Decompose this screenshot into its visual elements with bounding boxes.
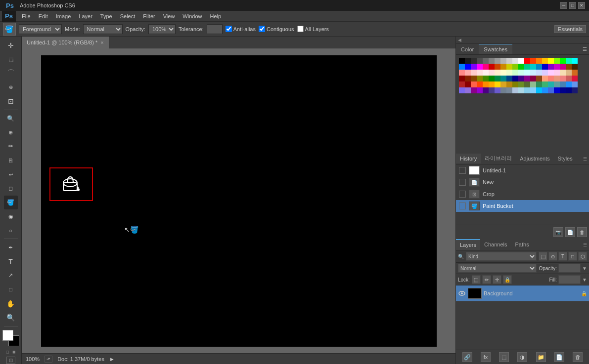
filter-pixel-icon[interactable]: ⬚ [539, 252, 547, 261]
lock-image-icon[interactable]: ✏ [482, 275, 491, 284]
swatch-cell[interactable] [506, 87, 512, 93]
swatch-cell[interactable] [512, 76, 518, 81]
blend-mode-select[interactable]: Normal [458, 264, 537, 273]
swatch-cell[interactable] [512, 81, 518, 87]
mode-select[interactable]: Normal [83, 24, 123, 34]
swatch-cell[interactable] [518, 70, 524, 76]
swatch-cell[interactable] [542, 58, 548, 64]
swatch-cell[interactable] [536, 58, 542, 64]
swatch-cell[interactable] [518, 58, 524, 64]
swatch-cell[interactable] [542, 70, 548, 76]
screen-mode[interactable]: ⊡ [6, 357, 15, 364]
tab-styles[interactable]: Styles [554, 154, 577, 163]
history-snapshot-checkbox[interactable] [459, 179, 466, 186]
swatch-cell[interactable] [512, 70, 518, 76]
swatch-cell[interactable] [542, 76, 548, 81]
swatch-cell[interactable] [560, 70, 566, 76]
quick-mask-mode[interactable]: ◼ [12, 350, 16, 354]
export-icon[interactable]: ⬏ [45, 356, 52, 363]
document-tab-close[interactable]: × [100, 40, 103, 45]
swatch-cell[interactable] [554, 81, 560, 87]
swatch-cell[interactable] [530, 76, 536, 81]
layer-adjustment-icon[interactable]: ◑ [517, 352, 527, 362]
lock-transparent-icon[interactable]: ⬚ [472, 275, 481, 284]
tab-adjustments[interactable]: Adjustments [516, 154, 554, 163]
history-item[interactable]: Untitled-1 [456, 164, 589, 176]
crop-tool[interactable]: ⊡ [4, 95, 18, 108]
swatch-cell[interactable] [566, 81, 572, 87]
history-new-document[interactable]: 📄 [565, 227, 575, 237]
swatch-cell[interactable] [566, 58, 572, 64]
swatch-cell[interactable] [506, 58, 512, 64]
fill-input[interactable]: 100% [558, 275, 581, 284]
opacity-arrow[interactable]: ▼ [582, 266, 587, 271]
menu-type[interactable]: Type [96, 12, 116, 20]
tab-layers[interactable]: Layers [456, 239, 480, 250]
swatch-cell[interactable] [548, 81, 554, 87]
swatch-cell[interactable] [477, 64, 483, 70]
swatch-cell[interactable] [477, 87, 483, 93]
swatch-cell[interactable] [518, 87, 524, 93]
hand-tool[interactable]: ✋ [4, 297, 18, 310]
layers-collapse-icon[interactable]: ☰ [583, 243, 587, 247]
history-snapshot-checkbox[interactable] [459, 191, 466, 198]
swatch-cell[interactable] [536, 76, 542, 81]
history-item[interactable]: 🪣Paint Bucket [456, 200, 589, 212]
swatch-cell[interactable] [495, 87, 500, 93]
filter-shape-icon[interactable]: □ [568, 252, 577, 261]
swatch-cell[interactable] [530, 64, 536, 70]
swatch-cell[interactable] [518, 81, 524, 87]
swatch-cell[interactable] [548, 76, 554, 81]
swatch-cell[interactable] [459, 87, 465, 93]
layer-item-background[interactable]: Background 🔒 [456, 285, 589, 301]
swatch-cell[interactable] [572, 70, 578, 76]
canvas[interactable]: ↖🪣 [41, 55, 437, 347]
swatch-cell[interactable] [459, 81, 465, 87]
swatch-cell[interactable] [530, 87, 536, 93]
swatch-cell[interactable] [548, 87, 554, 93]
swatch-cell[interactable] [483, 58, 489, 64]
swatch-cell[interactable] [536, 87, 542, 93]
opacity-input[interactable]: 100% [558, 264, 581, 273]
swatch-cell[interactable] [548, 58, 554, 64]
swatch-cell[interactable] [477, 58, 483, 64]
swatch-cell[interactable] [465, 87, 471, 93]
swatch-cell[interactable] [489, 87, 495, 93]
swatch-cell[interactable] [465, 76, 471, 81]
tab-color[interactable]: Color [456, 44, 479, 54]
swatch-cell[interactable] [506, 76, 512, 81]
swatch-cell[interactable] [459, 70, 465, 76]
swatch-cell[interactable] [512, 58, 518, 64]
swatch-cell[interactable] [471, 70, 477, 76]
layer-link-icon[interactable]: 🔗 [462, 352, 472, 362]
fill-arrow[interactable]: ▼ [582, 277, 587, 283]
swatch-cell[interactable] [495, 70, 500, 76]
gradient-fill-tool[interactable]: 🪣 [4, 196, 18, 209]
swatch-cell[interactable] [548, 64, 554, 70]
menu-image[interactable]: Image [52, 12, 75, 20]
swatch-cell[interactable] [495, 81, 500, 87]
swatch-cell[interactable] [554, 70, 560, 76]
swatch-cell[interactable] [572, 81, 578, 87]
swatch-cell[interactable] [560, 64, 566, 70]
swatch-cell[interactable] [572, 64, 578, 70]
minimize-button[interactable]: ─ [560, 2, 567, 9]
zoom-tool[interactable]: 🔍 [4, 311, 18, 324]
tolerance-input[interactable]: 32 [207, 24, 223, 34]
menu-file[interactable]: File [18, 12, 35, 20]
anti-alias-checkbox[interactable] [226, 26, 232, 32]
swatch-cell[interactable] [572, 87, 578, 93]
swatch-cell[interactable] [506, 81, 512, 87]
layers-kind-select[interactable]: Kind [466, 252, 537, 261]
quick-select-tool[interactable]: ⊛ [4, 81, 18, 94]
tool-preset-picker[interactable]: 🪣 [3, 23, 16, 36]
swatch-cell[interactable] [495, 76, 500, 81]
swatch-cell[interactable] [560, 87, 566, 93]
all-layers-checkbox[interactable] [297, 26, 304, 32]
history-delete[interactable]: 🗑 [577, 227, 587, 237]
history-create-snapshot[interactable]: 📷 [553, 227, 563, 237]
swatch-cell[interactable] [471, 58, 477, 64]
menu-help[interactable]: Help [206, 12, 225, 20]
tab-swatches[interactable]: Swatches [479, 44, 512, 54]
swatch-cell[interactable] [459, 76, 465, 81]
